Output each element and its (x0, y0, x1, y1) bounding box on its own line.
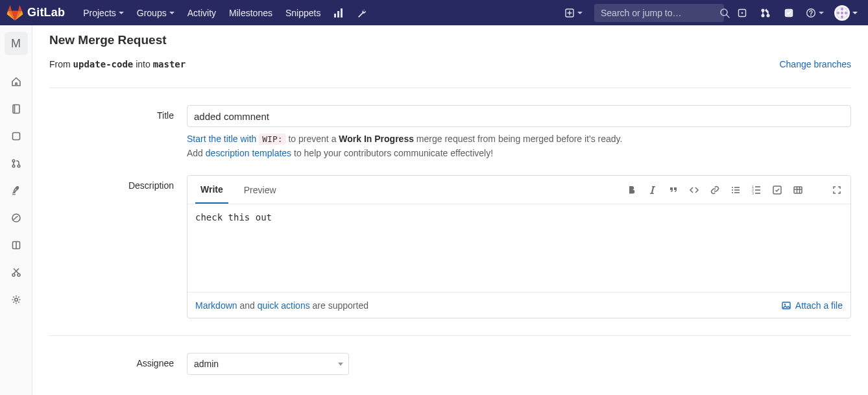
nav-milestones-label: Milestones (229, 8, 272, 18)
numbered-list-icon[interactable]: 123 (751, 184, 762, 196)
svg-rect-40 (794, 187, 802, 193)
page-title: New Merge Request (49, 33, 851, 47)
gitlab-logo-icon[interactable] (6, 5, 23, 21)
brand-name: GitLab (27, 6, 65, 19)
svg-point-24 (12, 274, 15, 276)
description-templates-link[interactable]: description templates (206, 148, 291, 158)
nav-milestones[interactable]: Milestones (223, 0, 279, 25)
issues-shortcut-icon[interactable] (730, 0, 754, 25)
fullscreen-icon[interactable] (831, 184, 843, 196)
nav-projects[interactable]: Projects (77, 0, 130, 25)
tab-write[interactable]: Write (195, 176, 228, 204)
project-sidebar: M (0, 25, 32, 395)
description-textarea[interactable] (187, 204, 850, 290)
help-dropdown[interactable] (801, 0, 829, 25)
image-icon (781, 300, 791, 311)
caret-down-icon (119, 12, 124, 14)
svg-rect-39 (773, 186, 781, 194)
global-search[interactable] (594, 4, 724, 22)
chevron-down-icon (338, 363, 343, 366)
sidebar-wiki-icon[interactable] (0, 232, 32, 259)
sidebar-merge-requests-icon[interactable] (0, 150, 32, 177)
search-input[interactable] (599, 7, 716, 19)
editor-footer: Markdown and quick actions are supported… (187, 292, 850, 318)
bullet-list-icon[interactable] (730, 184, 741, 196)
caret-down-icon (169, 12, 175, 14)
sidebar-snippets-icon[interactable] (0, 259, 32, 286)
bold-icon[interactable] (626, 184, 638, 196)
sidebar-issues-icon[interactable] (0, 123, 32, 150)
nav-activity[interactable]: Activity (181, 0, 223, 25)
svg-point-12 (807, 8, 815, 17)
sidebar-cicd-icon[interactable] (0, 177, 32, 204)
change-branches-link[interactable]: Change branches (779, 59, 851, 69)
search-icon (719, 8, 730, 18)
svg-point-26 (14, 298, 18, 302)
description-editor: Write Preview 123 (187, 175, 851, 318)
attach-file-label: Attach a file (795, 300, 843, 311)
svg-rect-2 (341, 8, 343, 18)
svg-rect-32 (734, 192, 740, 193)
svg-rect-30 (734, 187, 740, 188)
tab-preview[interactable]: Preview (239, 177, 282, 203)
sidebar-operations-icon[interactable] (0, 204, 32, 232)
user-menu[interactable] (829, 5, 858, 21)
italic-icon[interactable] (647, 184, 658, 196)
nav-analytics-icon[interactable] (327, 0, 350, 25)
footer-supported: are supported (310, 300, 368, 311)
title-field-row: Title Start the title with WIP: to preve… (49, 105, 851, 158)
avatar-icon (834, 5, 850, 21)
task-list-icon[interactable] (771, 184, 783, 196)
svg-rect-0 (334, 14, 336, 18)
desc-templates-a: Add (187, 148, 206, 158)
title-label: Title (49, 105, 187, 121)
sidebar-repository-icon[interactable] (0, 95, 32, 123)
svg-rect-36 (755, 186, 760, 187)
title-input[interactable] (187, 105, 851, 127)
description-field-row: Description Write Preview 123 (49, 175, 851, 318)
svg-line-5 (727, 15, 729, 18)
code-icon[interactable] (688, 184, 700, 196)
svg-point-9 (762, 14, 764, 17)
svg-point-27 (732, 186, 733, 187)
todos-shortcut-icon[interactable] (777, 0, 801, 25)
wip-helper-link-a[interactable]: Start the title with (187, 134, 259, 144)
project-avatar[interactable]: M (5, 32, 28, 55)
attach-file-button[interactable]: Attach a file (781, 300, 843, 311)
svg-point-29 (732, 191, 733, 193)
svg-point-25 (18, 274, 20, 276)
topbar: GitLab Projects Groups Activity Mileston… (0, 0, 868, 25)
wip-helper-b: to prevent a (286, 134, 339, 144)
svg-point-20 (16, 187, 18, 189)
sidebar-overview-icon[interactable] (0, 68, 32, 95)
nav-snippets[interactable]: Snippets (279, 0, 327, 25)
assignee-field-row: Assignee admin (49, 353, 851, 375)
svg-point-8 (762, 9, 764, 12)
svg-rect-1 (337, 11, 339, 18)
merge-requests-shortcut-icon[interactable] (754, 0, 777, 25)
link-icon[interactable] (709, 184, 721, 196)
svg-rect-14 (13, 105, 19, 114)
description-label: Description (49, 175, 187, 191)
assignee-value: admin (194, 359, 219, 369)
svg-point-17 (12, 160, 15, 162)
svg-point-7 (741, 12, 743, 14)
source-branch: update-code (73, 59, 134, 69)
sidebar-settings-icon[interactable] (0, 286, 32, 313)
divider (49, 335, 851, 336)
nav-activity-label: Activity (187, 8, 216, 18)
nav-groups[interactable]: Groups (130, 0, 181, 25)
svg-rect-31 (734, 189, 740, 191)
wip-helper-c: merge request from being merged before i… (414, 134, 622, 144)
wip-chip: WIP: (259, 134, 285, 145)
assignee-dropdown[interactable]: admin (187, 353, 349, 375)
quote-icon[interactable] (668, 184, 679, 196)
markdown-link[interactable]: Markdown (195, 300, 237, 311)
nav-admin-wrench-icon[interactable] (350, 0, 374, 25)
table-icon[interactable] (792, 184, 804, 196)
quick-actions-link[interactable]: quick actions (258, 300, 310, 311)
main-content: New Merge Request From update-code into … (32, 25, 868, 395)
svg-point-45 (784, 304, 786, 305)
desc-templates-helper: Add description templates to help your c… (187, 148, 851, 158)
new-dropdown[interactable] (559, 0, 588, 25)
